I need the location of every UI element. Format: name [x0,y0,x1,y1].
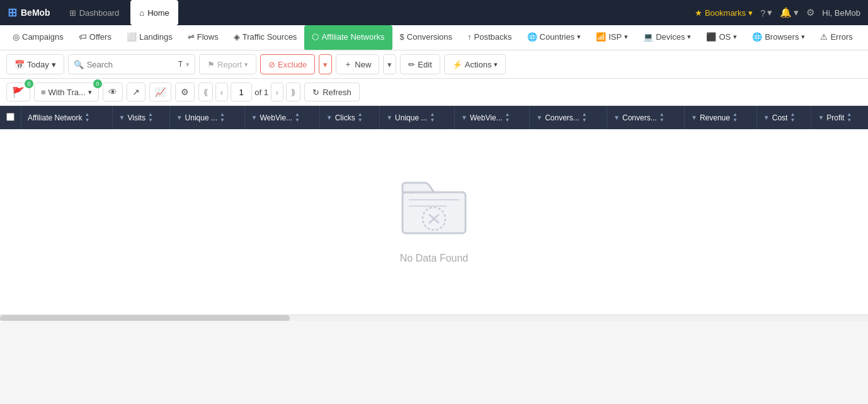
prev-page-button[interactable]: ‹ [215,83,228,101]
next-page-button[interactable]: › [271,83,283,101]
col-conversions2[interactable]: ▼ Convers... ▲▼ [607,106,685,129]
flag-badge: 0 [25,79,33,88]
refresh-button[interactable]: ↻ Refresh [304,83,360,101]
affiliate-networks-icon: ⬡ [312,32,319,42]
devices-icon: 💻 [643,32,653,42]
col-cost[interactable]: ▼ Cost ▲▼ [757,106,811,129]
select-all-header[interactable] [0,106,21,129]
today-button[interactable]: 📅 Today ▾ [6,54,64,74]
nav-browsers[interactable]: 🌐 Browsers ▾ [745,25,813,50]
col-visits[interactable]: ▼ Visits ▲▼ [112,106,169,129]
nav-landings[interactable]: ⬜ Landings [119,25,180,50]
nav-traffic-sources[interactable]: ◈ Traffic Sources [226,25,305,50]
nav-devices[interactable]: 💻 Devices ▾ [636,25,699,50]
nav-countries[interactable]: 🌐 Countries ▾ [520,25,589,50]
browsers-icon: 🌐 [752,32,762,42]
table-header-row: Affiliate Network ▲▼ ▼ Visits ▲▼ ▼ Uniqu… [0,106,868,129]
exclude-icon: ⊘ [268,60,275,69]
nav-os[interactable]: ⬛ OS ▾ [699,25,745,50]
traffic-sources-icon: ◈ [234,32,240,42]
campaigns-icon: ◎ [13,32,20,42]
report-icon: ⚑ [207,60,215,69]
errors-icon: ⚠ [820,32,828,42]
search-input[interactable] [87,60,175,69]
postbacks-icon: ↑ [467,32,472,42]
bookmarks-button[interactable]: ★ Bookmarks ▾ [695,8,753,18]
eye-button[interactable]: 👁 [103,83,123,101]
nav-errors[interactable]: ⚠ Errors [813,25,860,50]
col-profit[interactable]: ▼ Profit ▲▼ [811,106,868,129]
share-button[interactable]: ↗ [127,83,146,101]
tab-home[interactable]: ⌂ Home [130,0,178,25]
new-button[interactable]: ＋ New [336,54,379,74]
flows-icon: ⇌ [188,32,195,42]
text-type-button[interactable]: T [178,60,183,69]
settings-table-button[interactable]: ⚙ [175,83,195,101]
actions-icon: ⚡ [452,60,462,69]
with-traffic-button[interactable]: ≡ With Tra... ▾ [34,83,99,101]
data-table-wrap: Affiliate Network ▲▼ ▼ Visits ▲▼ ▼ Uniqu… [0,106,868,315]
sort-icons-visits: ▲▼ [148,112,153,123]
select-all-checkbox[interactable] [6,113,14,121]
report-button[interactable]: ⚑ Report ▾ [199,54,256,74]
filter-icon: ▼ [326,114,333,121]
sort-icons-unique2: ▲▼ [430,112,435,123]
filter-icon: ▼ [461,114,467,121]
refresh-icon: ↻ [312,88,319,97]
offers-icon: 🏷 [79,32,87,42]
nav-postbacks[interactable]: ↑ Postbacks [460,25,519,50]
nav-offers[interactable]: 🏷 Offers [71,25,119,50]
empty-label: No Data Found [400,253,469,264]
col-clicks[interactable]: ▼ Clicks ▲▼ [319,106,379,129]
nav-affiliate-networks[interactable]: ⬡ Affiliate Networks [304,25,392,50]
settings-button[interactable]: ⚙ [806,7,814,18]
chevron-down-icon: ▾ [748,8,753,18]
notifications-button[interactable]: 🔔 ▾ [780,7,799,18]
sort-icons-conv2: ▲▼ [660,112,665,123]
logo-text: BeMob [21,8,50,18]
nav-conversions[interactable]: $ Conversions [392,25,460,50]
scrollbar-track[interactable] [0,315,868,321]
col-webview[interactable]: ▼ WebVie... ▲▼ [244,106,319,129]
last-page-button[interactable]: ⟫ [286,83,300,101]
scrollbar-thumb[interactable] [0,315,290,321]
with-tra-wrapper: ≡ With Tra... ▾ 0 [34,83,99,101]
chevron-down-icon: ▾ [52,60,56,69]
with-tra-badge: 0 [93,79,102,88]
edit-button[interactable]: ✏ Edit [400,54,440,74]
bell-icon: 🔔 [780,7,792,18]
search-caret-icon: ▾ [186,61,190,69]
col-conversions[interactable]: ▼ Convers... ▲▼ [530,106,607,129]
svg-rect-0 [403,192,465,233]
user-greeting: Hi, BeMob [822,8,860,18]
exclude-caret-button[interactable]: ▾ [319,54,332,74]
home-icon: ⌂ [139,8,144,18]
filter-icon: ≡ [41,88,46,97]
countries-icon: 🌐 [527,32,537,42]
exclude-button[interactable]: ⊘ Exclude [260,54,315,74]
filter-icon: ▼ [176,114,183,121]
primary-toolbar: 📅 Today ▾ 🔍 T ▾ ⚑ Report ▾ ⊘ Exclude ▾ ＋… [0,50,868,79]
first-page-button[interactable]: ⟪ [198,83,213,101]
filter-icon: ▼ [536,114,542,121]
topbar: ⊞ BeMob ⊞ Dashboard ⌂ Home ★ Bookmarks ▾… [0,0,868,25]
sort-icons-rev: ▲▼ [733,112,738,123]
col-unique[interactable]: ▼ Unique ... ▲▼ [169,106,244,129]
page-input[interactable] [231,83,252,101]
help-button[interactable]: ? ▾ [760,7,772,18]
nav-campaigns[interactable]: ◎ Campaigns [5,25,71,50]
logo: ⊞ BeMob [8,6,50,20]
col-unique2[interactable]: ▼ Unique ... ▲▼ [380,106,455,129]
actions-button[interactable]: ⚡ Actions ▾ [444,54,506,74]
data-table: Affiliate Network ▲▼ ▼ Visits ▲▼ ▼ Uniqu… [0,106,868,315]
new-caret-button[interactable]: ▾ [383,54,396,74]
nav-flows[interactable]: ⇌ Flows [180,25,226,50]
col-revenue[interactable]: ▼ Revenue ▲▼ [685,106,757,129]
col-affiliate-network[interactable]: Affiliate Network ▲▼ [21,106,113,129]
empty-folder-icon [396,167,472,243]
nav-isp[interactable]: 📶 ISP ▾ [588,25,636,50]
chart-button[interactable]: 📈 [149,83,171,101]
os-icon: ⬛ [706,32,716,42]
tab-dashboard[interactable]: ⊞ Dashboard [60,0,128,25]
col-webview2[interactable]: ▼ WebVie... ▲▼ [455,106,530,129]
